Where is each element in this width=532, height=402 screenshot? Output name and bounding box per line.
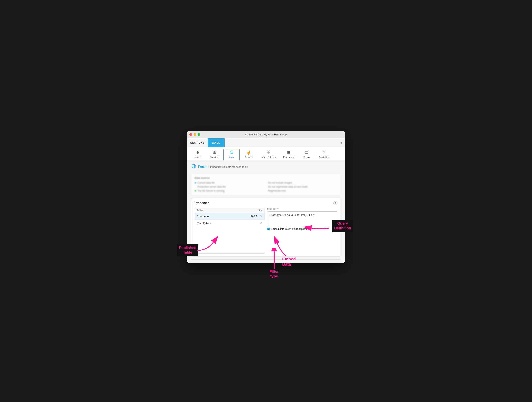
query-definition-annotation: Query Definition (332, 220, 353, 232)
gear-icon: ⚙ (196, 150, 199, 155)
properties-header: Properties ? (195, 201, 337, 205)
toolbar: SECTIONS BUILD ↑ (187, 138, 345, 147)
svg-point-21 (261, 222, 262, 223)
page-header: Data Embed filtered data for each table (191, 164, 341, 170)
publishing-icon (322, 150, 326, 155)
table-row-real-estate[interactable]: Real Estate (195, 220, 265, 227)
tab-actions[interactable]: ☝ Actions (241, 149, 257, 160)
page-subtitle: Embed filtered data for each table (208, 165, 248, 168)
page-title: Data (198, 165, 207, 169)
published-table-annotation: Published Table (177, 244, 198, 256)
tab-general[interactable]: ⚙ General (190, 149, 206, 160)
svg-rect-6 (213, 152, 214, 154)
svg-rect-12 (268, 151, 270, 152)
data-source-item-3: The 4D Server is running (195, 190, 264, 192)
page-icon (191, 164, 196, 170)
build-button[interactable]: BUILD (208, 138, 224, 147)
filter-query-label: Filter query (267, 208, 337, 210)
customer-name: Customer (197, 215, 251, 218)
customer-size: 260 B (251, 215, 258, 218)
embed-data-annotation: Embed Data (282, 256, 296, 267)
embed-data-checkbox[interactable] (267, 228, 270, 230)
real-estate-name: Real Estate (197, 222, 258, 225)
data-source-item-2: Production server data file (195, 186, 264, 188)
structure-icon (213, 150, 216, 155)
data-source-item-1: Current data file (195, 181, 264, 184)
table-row-customer[interactable]: Customer 260 B (195, 213, 265, 220)
tab-main-menu[interactable]: ☰ Main Menu (280, 149, 298, 160)
sections-label: SECTIONS (187, 138, 208, 147)
svg-marker-20 (260, 215, 262, 217)
ds-right-item-2: Do not regenerate data at each build (268, 186, 337, 188)
tab-labels-icons[interactable]: Labels & Icons (258, 149, 279, 160)
embed-data-label: Embed data into the built application (271, 228, 310, 230)
tabbar: ⚙ General Structure (187, 147, 345, 160)
col-size-label: Size (258, 209, 263, 211)
tab-publishing[interactable]: Publishing (316, 149, 333, 160)
traffic-lights (190, 133, 200, 136)
svg-rect-13 (267, 152, 268, 154)
svg-rect-15 (305, 151, 308, 154)
upload-button[interactable]: ↑ (338, 138, 345, 147)
person-icon (260, 221, 263, 225)
menu-icon: ☰ (287, 150, 290, 155)
properties-title: Properties (195, 201, 209, 205)
ds-right-item-3: Regenerate now (268, 190, 337, 192)
tab-structure[interactable]: Structure (207, 149, 223, 160)
labels-icons-icon (266, 150, 270, 155)
data-source-title: Data source (195, 176, 337, 179)
tab-data[interactable]: Data (223, 149, 240, 160)
help-button[interactable]: ? (333, 201, 337, 205)
titlebar: 4D Mobile App: My Real Estate App (187, 131, 345, 138)
dot-blue (195, 182, 196, 184)
data-source-section: Data source Current data file Production… (191, 173, 341, 195)
published-table-arrow (197, 238, 238, 254)
data-source-grid: Current data file Production server data… (195, 181, 337, 192)
close-button[interactable] (190, 133, 192, 136)
svg-rect-5 (215, 151, 216, 152)
window-title: 4D Mobile App: My Real Estate App (245, 133, 287, 136)
svg-rect-14 (268, 152, 270, 154)
svg-rect-11 (267, 151, 268, 152)
maximize-button[interactable] (198, 133, 200, 136)
query-definition-arrow (310, 222, 331, 234)
col-tables-label: Tables (197, 209, 258, 211)
toolbar-spacer (224, 138, 338, 147)
svg-rect-7 (215, 152, 216, 154)
minimize-button[interactable] (194, 133, 196, 136)
ds-right-item-1: Do not include images (268, 181, 337, 184)
svg-rect-4 (213, 151, 214, 152)
embed-data-arrow (276, 242, 292, 259)
dot-green (195, 190, 196, 192)
actions-icon: ☝ (246, 150, 251, 155)
tables-header: Tables Size (195, 208, 265, 213)
data-globe-icon (229, 150, 234, 155)
tab-forms[interactable]: Forms (299, 149, 315, 160)
filter-icon (260, 215, 263, 218)
bottom-divider (191, 260, 341, 260)
forms-icon (305, 150, 309, 155)
